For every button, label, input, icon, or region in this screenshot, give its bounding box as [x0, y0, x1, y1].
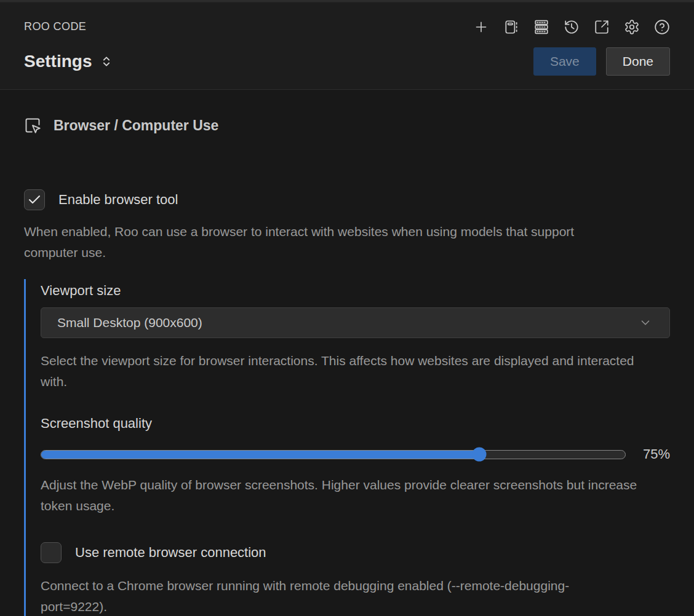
viewport-size-select[interactable]: Small Desktop (900x600) [41, 307, 670, 338]
save-button[interactable]: Save [533, 47, 596, 76]
enable-browser-tool-row[interactable]: Enable browser tool [24, 189, 670, 210]
section-header: Browser / Computer Use [24, 90, 670, 134]
prompts-icon[interactable] [503, 18, 519, 35]
viewport-size-value: Small Desktop (900x600) [57, 315, 202, 330]
plus-icon[interactable] [473, 18, 489, 35]
screenshot-quality-value: 75% [638, 446, 670, 462]
history-icon[interactable] [563, 18, 580, 35]
screenshot-quality-label: Screenshot quality [41, 416, 670, 432]
screenshot-quality-slider-row: 75% [41, 446, 670, 462]
open-in-editor-icon[interactable] [593, 18, 610, 35]
mcp-server-icon[interactable] [533, 18, 549, 35]
settings-gear-icon[interactable] [623, 18, 640, 35]
slider-thumb[interactable] [472, 448, 486, 462]
screenshot-quality-description: Adjust the WebP quality of browser scree… [41, 475, 663, 516]
titlebar: ROO CODE [24, 2, 670, 35]
settings-content: Browser / Computer Use Enable browser to… [0, 90, 694, 616]
enable-browser-tool-description: When enabled, Roo can use a browser to i… [24, 221, 630, 263]
square-mouse-pointer-icon [24, 117, 41, 134]
page-title: Settings [24, 52, 92, 71]
enable-browser-tool-label: Enable browser tool [58, 192, 178, 208]
screenshot-quality-slider[interactable] [41, 450, 626, 459]
section-title: Browser / Computer Use [54, 117, 218, 134]
settings-header: ROO CODE Se [0, 2, 694, 90]
remote-browser-label: Use remote browser connection [75, 545, 266, 561]
help-icon[interactable] [653, 18, 670, 35]
viewport-size-description: Select the viewport size for browser int… [41, 350, 653, 392]
slider-fill [41, 451, 479, 459]
chevron-down-icon [639, 316, 652, 330]
remote-browser-row[interactable]: Use remote browser connection [41, 542, 670, 563]
done-button[interactable]: Done [606, 47, 670, 76]
remote-browser-checkbox[interactable] [41, 542, 62, 563]
enable-browser-tool-checkbox[interactable] [24, 189, 45, 210]
chevrons-up-down-icon[interactable] [100, 55, 113, 68]
viewport-size-label: Viewport size [41, 283, 670, 299]
remote-browser-description: Connect to a Chrome browser running with… [41, 575, 585, 616]
check-icon [27, 192, 42, 207]
browser-settings-group: Viewport size Small Desktop (900x600) Se… [24, 279, 670, 616]
titlebar-icons [473, 18, 670, 35]
app-title: ROO CODE [24, 20, 86, 33]
settings-title-row: Settings Save Done [24, 35, 670, 89]
